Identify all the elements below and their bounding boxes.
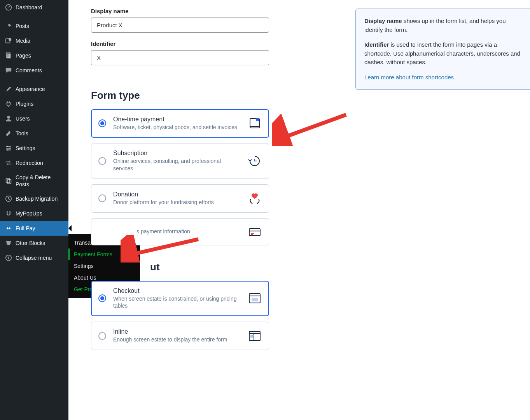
book-icon bbox=[248, 116, 262, 130]
svg-point-5 bbox=[7, 116, 10, 119]
sidebar-item-label: Dashboard bbox=[16, 4, 65, 11]
otter-icon bbox=[5, 239, 12, 247]
sidebar-item-label: Media bbox=[16, 37, 65, 44]
radio-title: Checkout bbox=[113, 287, 241, 294]
sidebar-item-label: Comments bbox=[16, 67, 65, 74]
collapse-icon bbox=[5, 254, 12, 262]
svg-rect-19 bbox=[252, 298, 258, 301]
clock-icon bbox=[248, 154, 262, 168]
sidebar-item-label: Redirection bbox=[16, 159, 65, 166]
sidebar-item-media[interactable]: Media bbox=[0, 33, 68, 48]
display-name-label: Display name bbox=[91, 8, 269, 14]
info-display-name: Display name shows up in the form list, … bbox=[364, 17, 524, 34]
svg-point-7 bbox=[9, 147, 11, 149]
info-link[interactable]: Learn more about form shortcodes bbox=[364, 74, 454, 80]
sidebar-item-appearance[interactable]: Appearance bbox=[0, 82, 68, 96]
svg-point-2 bbox=[9, 38, 11, 41]
comment-icon bbox=[5, 66, 12, 74]
sidebar-item-backup-migration[interactable]: Backup Migration bbox=[0, 191, 68, 206]
radio-icon bbox=[98, 332, 106, 340]
form-type-card-obscured[interactable]: s payment information bbox=[91, 218, 269, 245]
sidebar-item-label: MyPopUps bbox=[16, 210, 65, 217]
svg-rect-10 bbox=[7, 180, 11, 184]
sidebar-item-label: Users bbox=[16, 115, 65, 122]
popup-icon: U bbox=[5, 210, 12, 217]
radio-title: Donation bbox=[113, 191, 241, 198]
sidebar-item-label: Full Pay bbox=[16, 225, 65, 232]
sidebar-item-label: Otter Blocks bbox=[16, 240, 65, 247]
admin-sidebar: Dashboard Posts Media Pages Comments App… bbox=[0, 0, 68, 420]
sidebar-item-plugins[interactable]: Plugins bbox=[0, 96, 68, 111]
radio-title: Inline bbox=[113, 328, 241, 335]
sidebar-item-posts[interactable]: Posts bbox=[0, 19, 68, 33]
sidebar-item-dashboard[interactable]: Dashboard bbox=[0, 0, 68, 15]
form-type-donation[interactable]: Donation Donor platform for your fundrai… bbox=[91, 184, 269, 213]
sidebar-item-users[interactable]: Users bbox=[0, 111, 68, 126]
radio-icon bbox=[98, 119, 106, 127]
svg-rect-9 bbox=[6, 178, 10, 183]
radio-title: Subscription bbox=[113, 150, 241, 157]
info-identifier: Identifier is used to insert the form in… bbox=[364, 40, 524, 67]
identifier-label: Identifier bbox=[91, 40, 269, 47]
sidebar-item-label: Plugins bbox=[16, 100, 65, 107]
radio-desc: When screen estate is constrained, or us… bbox=[113, 295, 241, 310]
brush-icon bbox=[5, 85, 12, 93]
sidebar-item-tools[interactable]: Tools bbox=[0, 126, 68, 141]
identifier-field: Identifier bbox=[91, 40, 269, 65]
radio-title: One-time payment bbox=[113, 116, 241, 123]
radio-icon bbox=[98, 294, 106, 302]
sidebar-item-settings[interactable]: Settings bbox=[0, 141, 68, 156]
display-name-input[interactable] bbox=[91, 18, 269, 33]
sidebar-item-label: Pages bbox=[16, 52, 65, 59]
card-icon bbox=[248, 225, 262, 239]
inline-icon bbox=[248, 329, 262, 343]
sidebar-item-pages[interactable]: Pages bbox=[0, 48, 68, 63]
sidebar-item-label: Settings bbox=[16, 145, 65, 152]
plug-icon bbox=[5, 100, 12, 108]
copy-icon bbox=[5, 177, 12, 185]
sidebar-item-otter-blocks[interactable]: Otter Blocks bbox=[0, 236, 68, 250]
sidebar-item-label: Tools bbox=[16, 130, 65, 137]
pin-icon bbox=[5, 22, 12, 30]
sidebar-item-label: Copy & Delete Posts bbox=[16, 174, 65, 188]
dashboard-icon bbox=[5, 4, 12, 11]
sidebar-item-copy-delete-posts[interactable]: Copy & Delete Posts bbox=[0, 170, 68, 191]
checkout-icon bbox=[248, 291, 262, 305]
sidebar-item-label: Posts bbox=[16, 23, 65, 30]
svg-point-8 bbox=[7, 149, 9, 151]
heart-hands-icon bbox=[248, 191, 262, 205]
wrench-icon bbox=[5, 130, 12, 137]
layout-heading: ut bbox=[91, 261, 514, 273]
media-icon bbox=[5, 37, 12, 45]
sidebar-item-redirection[interactable]: Redirection bbox=[0, 156, 68, 170]
sidebar-item-label: Collapse menu bbox=[16, 254, 65, 261]
main-content: Display name Identifier Display name sho… bbox=[68, 0, 530, 371]
form-type-one-time[interactable]: One-time payment Software, ticket, physi… bbox=[91, 109, 269, 138]
layout-inline[interactable]: Inline Enough screen estate to display t… bbox=[91, 322, 269, 350]
radio-desc: Online services, consulting, and profess… bbox=[113, 158, 241, 172]
sidebar-item-collapse[interactable]: Collapse menu bbox=[0, 250, 68, 265]
identifier-input[interactable] bbox=[91, 50, 269, 65]
svg-rect-4 bbox=[7, 54, 10, 59]
radio-desc: Donor platform for your fundraising effo… bbox=[113, 199, 241, 206]
sidebar-item-label: Backup Migration bbox=[16, 195, 65, 202]
sliders-icon bbox=[5, 144, 12, 152]
sidebar-item-comments[interactable]: Comments bbox=[0, 63, 68, 78]
radio-desc: Enough screen estate to display the enti… bbox=[113, 336, 241, 343]
pages-icon bbox=[5, 52, 12, 60]
radio-desc: Software, ticket, physical goods, and se… bbox=[113, 124, 241, 131]
svg-point-13 bbox=[6, 241, 8, 243]
info-box: Display name shows up in the form list, … bbox=[355, 9, 530, 90]
svg-point-6 bbox=[7, 146, 8, 147]
radio-icon bbox=[98, 194, 106, 202]
sidebar-item-mypopups[interactable]: U MyPopUps bbox=[0, 206, 68, 221]
radio-icon bbox=[98, 157, 106, 165]
info-bold: Display name bbox=[364, 18, 402, 24]
layout-checkout[interactable]: Checkout When screen estate is constrain… bbox=[91, 281, 269, 317]
display-name-field: Display name bbox=[91, 8, 269, 33]
form-type-subscription[interactable]: Subscription Online services, consulting… bbox=[91, 143, 269, 179]
sidebar-item-fullpay[interactable]: Full Pay bbox=[0, 221, 68, 236]
radio-desc: s payment information bbox=[136, 228, 241, 235]
fullpay-icon bbox=[5, 224, 12, 232]
backup-icon bbox=[5, 195, 12, 203]
